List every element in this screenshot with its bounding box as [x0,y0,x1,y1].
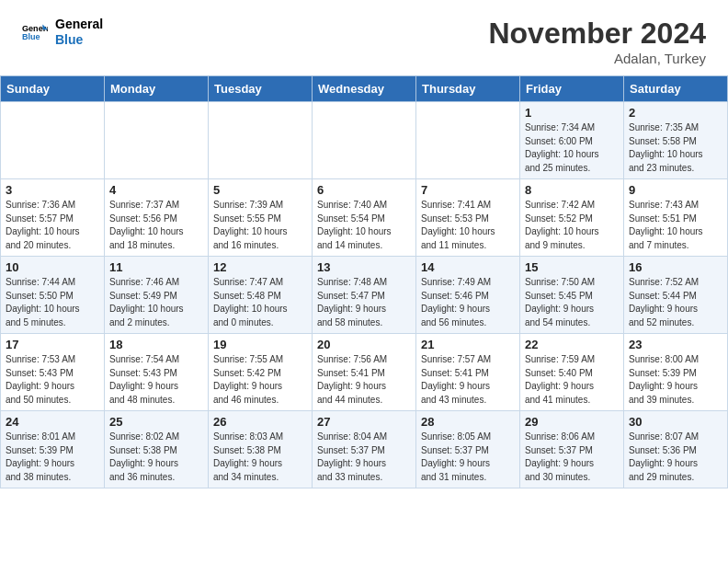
cell-info: Sunrise: 8:07 AM Sunset: 5:36 PM Dayligh… [629,431,722,484]
cell-info: Sunrise: 8:06 AM Sunset: 5:37 PM Dayligh… [525,431,619,484]
weekday-header-thursday: Thursday [416,76,520,102]
day-number: 13 [317,260,411,274]
calendar-cell [1,102,105,179]
cell-info: Sunrise: 7:49 AM Sunset: 5:46 PM Dayligh… [421,276,515,329]
calendar-cell: 15Sunrise: 7:50 AM Sunset: 5:45 PM Dayli… [520,257,624,334]
calendar-cell: 28Sunrise: 8:05 AM Sunset: 5:37 PM Dayli… [416,411,520,488]
day-number: 12 [213,260,307,274]
day-number: 7 [421,183,515,197]
day-number: 2 [629,106,722,120]
day-number: 24 [6,415,99,429]
calendar-week-2: 3Sunrise: 7:36 AM Sunset: 5:57 PM Daylig… [1,179,728,257]
calendar-cell: 16Sunrise: 7:52 AM Sunset: 5:44 PM Dayli… [624,257,728,334]
cell-info: Sunrise: 7:56 AM Sunset: 5:41 PM Dayligh… [317,353,411,407]
day-number: 30 [629,415,722,429]
day-number: 21 [421,338,515,351]
calendar-cell [105,102,209,179]
calendar-cell: 25Sunrise: 8:02 AM Sunset: 5:38 PM Dayli… [105,411,209,488]
cell-info: Sunrise: 7:47 AM Sunset: 5:48 PM Dayligh… [213,276,307,329]
day-number: 29 [525,415,619,429]
day-number: 5 [213,183,307,197]
calendar-cell: 7Sunrise: 7:41 AM Sunset: 5:53 PM Daylig… [416,179,520,257]
weekday-header-monday: Monday [105,76,209,102]
cell-info: Sunrise: 8:01 AM Sunset: 5:39 PM Dayligh… [6,431,99,484]
day-number: 3 [6,183,99,197]
calendar-cell: 11Sunrise: 7:46 AM Sunset: 5:49 PM Dayli… [105,257,209,334]
cell-info: Sunrise: 8:02 AM Sunset: 5:38 PM Dayligh… [109,431,203,484]
day-number: 26 [213,415,307,429]
calendar-cell: 9Sunrise: 7:43 AM Sunset: 5:51 PM Daylig… [624,179,728,257]
cell-info: Sunrise: 7:41 AM Sunset: 5:53 PM Dayligh… [421,199,515,252]
day-number: 27 [317,415,411,429]
calendar-cell: 2Sunrise: 7:35 AM Sunset: 5:58 PM Daylig… [624,102,728,179]
calendar-cell: 5Sunrise: 7:39 AM Sunset: 5:55 PM Daylig… [209,179,313,257]
cell-info: Sunrise: 7:48 AM Sunset: 5:47 PM Dayligh… [317,276,411,329]
weekday-header-tuesday: Tuesday [209,76,313,102]
day-number: 14 [421,260,515,274]
title-block: November 2024 Adalan, Turkey [488,17,706,66]
calendar-cell: 23Sunrise: 8:00 AM Sunset: 5:39 PM Dayli… [624,334,728,411]
month-title: November 2024 [488,17,706,51]
day-number: 22 [525,338,619,351]
calendar-cell: 8Sunrise: 7:42 AM Sunset: 5:52 PM Daylig… [520,179,624,257]
cell-info: Sunrise: 8:05 AM Sunset: 5:37 PM Dayligh… [421,431,515,484]
weekday-header-sunday: Sunday [1,76,105,102]
day-number: 20 [317,338,411,351]
calendar-cell [209,102,313,179]
day-number: 11 [109,260,203,274]
page-header: General Blue General Blue November 2024 … [0,0,728,75]
cell-info: Sunrise: 7:44 AM Sunset: 5:50 PM Dayligh… [6,276,99,329]
calendar-week-5: 24Sunrise: 8:01 AM Sunset: 5:39 PM Dayli… [1,411,728,488]
cell-info: Sunrise: 7:39 AM Sunset: 5:55 PM Dayligh… [213,199,307,252]
day-number: 8 [525,183,619,197]
cell-info: Sunrise: 8:04 AM Sunset: 5:37 PM Dayligh… [317,431,411,484]
weekday-header-saturday: Saturday [624,76,728,102]
day-number: 9 [629,183,722,197]
calendar-header-row: SundayMondayTuesdayWednesdayThursdayFrid… [1,76,728,102]
cell-info: Sunrise: 8:03 AM Sunset: 5:38 PM Dayligh… [213,431,307,484]
calendar-week-3: 10Sunrise: 7:44 AM Sunset: 5:50 PM Dayli… [1,257,728,334]
cell-info: Sunrise: 7:35 AM Sunset: 5:58 PM Dayligh… [629,121,722,175]
calendar-cell: 10Sunrise: 7:44 AM Sunset: 5:50 PM Dayli… [1,257,105,334]
calendar-cell: 18Sunrise: 7:54 AM Sunset: 5:43 PM Dayli… [105,334,209,411]
day-number: 16 [629,260,722,274]
cell-info: Sunrise: 7:43 AM Sunset: 5:51 PM Dayligh… [629,199,722,252]
cell-info: Sunrise: 7:54 AM Sunset: 5:43 PM Dayligh… [109,353,203,407]
calendar-cell: 14Sunrise: 7:49 AM Sunset: 5:46 PM Dayli… [416,257,520,334]
cell-info: Sunrise: 7:50 AM Sunset: 5:45 PM Dayligh… [525,276,619,329]
day-number: 4 [109,183,203,197]
weekday-header-friday: Friday [520,76,624,102]
calendar-table: SundayMondayTuesdayWednesdayThursdayFrid… [0,75,728,488]
cell-info: Sunrise: 7:57 AM Sunset: 5:41 PM Dayligh… [421,353,515,407]
day-number: 23 [629,338,722,351]
cell-info: Sunrise: 7:34 AM Sunset: 6:00 PM Dayligh… [525,121,619,175]
calendar-cell: 3Sunrise: 7:36 AM Sunset: 5:57 PM Daylig… [1,179,105,257]
calendar-cell [416,102,520,179]
day-number: 19 [213,338,307,351]
calendar-week-4: 17Sunrise: 7:53 AM Sunset: 5:43 PM Dayli… [1,334,728,411]
cell-info: Sunrise: 7:59 AM Sunset: 5:40 PM Dayligh… [525,353,619,407]
day-number: 6 [317,183,411,197]
cell-info: Sunrise: 7:52 AM Sunset: 5:44 PM Dayligh… [629,276,722,329]
day-number: 15 [525,260,619,274]
calendar-cell: 22Sunrise: 7:59 AM Sunset: 5:40 PM Dayli… [520,334,624,411]
calendar-cell: 13Sunrise: 7:48 AM Sunset: 5:47 PM Dayli… [313,257,416,334]
cell-info: Sunrise: 8:00 AM Sunset: 5:39 PM Dayligh… [629,353,722,407]
calendar-week-1: 1Sunrise: 7:34 AM Sunset: 6:00 PM Daylig… [1,102,728,179]
cell-info: Sunrise: 7:55 AM Sunset: 5:42 PM Dayligh… [213,353,307,407]
day-number: 25 [109,415,203,429]
day-number: 17 [6,338,99,351]
calendar-cell: 26Sunrise: 8:03 AM Sunset: 5:38 PM Dayli… [209,411,313,488]
calendar-cell: 19Sunrise: 7:55 AM Sunset: 5:42 PM Dayli… [209,334,313,411]
cell-info: Sunrise: 7:53 AM Sunset: 5:43 PM Dayligh… [6,353,99,407]
logo-icon: General Blue [22,19,48,45]
logo: General Blue General Blue [22,17,103,48]
day-number: 10 [6,260,99,274]
calendar-cell: 17Sunrise: 7:53 AM Sunset: 5:43 PM Dayli… [1,334,105,411]
calendar-cell [313,102,416,179]
day-number: 1 [525,106,619,120]
svg-text:Blue: Blue [22,32,40,41]
calendar-cell: 24Sunrise: 8:01 AM Sunset: 5:39 PM Dayli… [1,411,105,488]
cell-info: Sunrise: 7:40 AM Sunset: 5:54 PM Dayligh… [317,199,411,252]
cell-info: Sunrise: 7:37 AM Sunset: 5:56 PM Dayligh… [109,199,203,252]
